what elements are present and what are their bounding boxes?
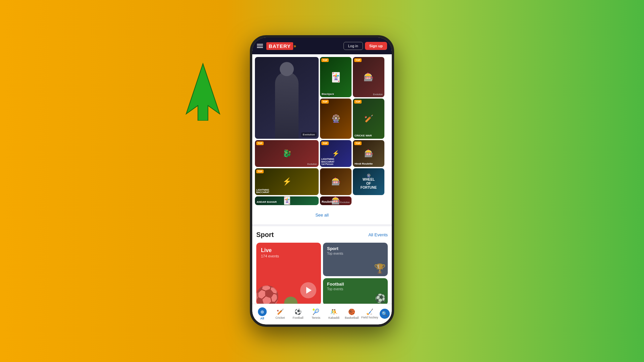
game-card-wheel-of-fortune[interactable]: 🎡 WHEELOFFORTUNE [353, 168, 384, 195]
nav-search-button[interactable]: 🔍 [380, 309, 390, 319]
live-sport-card[interactable]: Live 174 events ⚽ [256, 243, 321, 304]
nav-item-football[interactable]: ⚽ Football [289, 308, 307, 319]
nav-label-basketball: Basketball [345, 316, 359, 319]
see-all-button[interactable]: See all [255, 208, 389, 222]
see-all-section: See all [252, 208, 392, 224]
game-card-dragon-tiger[interactable]: 🐉 TOP Evolution [255, 140, 319, 167]
phone-frame: BATERY » Log in Sign up [250, 35, 394, 327]
phone-screen: BATERY » Log in Sign up [252, 38, 392, 324]
sport-cards-grid: Live 174 events ⚽ Sport T [256, 243, 388, 304]
main-scroll: Evolution 🃏 TOP Blackjack 🎰 TOP Evolutio… [252, 54, 392, 304]
nav-label-cricket: Cricket [275, 316, 285, 319]
nav-label-kabaddi: Kabaddi [328, 316, 339, 319]
nav-label-tennis: Tennis [312, 316, 320, 319]
sport-section-title: Sport [256, 231, 274, 239]
nav-label-field-hockey: Field hockey [361, 316, 378, 319]
game-card-cricket-war[interactable]: 🏏 TOP CRICKE WAR [353, 99, 384, 139]
game-card-evolution[interactable]: Evolution [255, 57, 319, 139]
game-card-blackjack[interactable]: 🃏 TOP Blackjack [320, 57, 352, 97]
header-auth-buttons: Log in Sign up [343, 42, 387, 50]
nav-item-all[interactable]: ◎ All [253, 307, 271, 320]
bottom-nav: ◎ All 🏏 Cricket ⚽ Football 🎾 Tennis � [252, 304, 392, 324]
nav-item-tennis[interactable]: 🎾 Tennis [307, 308, 325, 319]
game-card-lightning-baccarat2[interactable]: ⚡ TOP LIGHTNINGBACCARAT [255, 168, 319, 195]
live-card-count: 174 events [261, 254, 316, 258]
game-card-casino-escape[interactable]: 🎰 TOP Evolution [353, 57, 384, 97]
sport-card-subtitle: Top events [327, 252, 384, 255]
game-card-lightning-baccarat-fp[interactable]: ⚡ TOP LIGHTNINGBACCARAT1st Person [320, 140, 352, 167]
football-top-events-card[interactable]: Football Top events ⚽ [323, 278, 388, 304]
game-card-hindi-roulette[interactable]: 🎰 TOP Hindi Roulette [353, 140, 384, 167]
nav-item-field-hockey[interactable]: 🏑 Field hockey [361, 308, 379, 319]
hamburger-menu[interactable] [257, 44, 263, 48]
app-header: BATERY » Log in Sign up [252, 38, 392, 54]
sport-section: Sport All Events Live 174 events ⚽ [252, 226, 392, 304]
games-grid: Evolution 🃏 TOP Blackjack 🎰 TOP Evolutio… [255, 57, 389, 205]
nav-item-basketball[interactable]: 🏀 Basketball [343, 308, 361, 319]
game-card-marist-roulette[interactable]: 🎰 [320, 168, 352, 195]
play-button[interactable] [300, 282, 316, 298]
football-card-subtitle: Top events [327, 287, 384, 291]
login-button[interactable]: Log in [343, 42, 363, 50]
app-logo: BATERY » [266, 42, 296, 50]
nav-label-all: All [260, 317, 264, 320]
game-card-andar-bahar[interactable]: 🃏 ANDAR BAHAR [255, 196, 319, 205]
games-section: Evolution 🃏 TOP Blackjack 🎰 TOP Evolutio… [252, 54, 392, 208]
game-card-crazy-time[interactable]: 🎡 TOP [320, 99, 352, 139]
live-card-title: Live [261, 247, 316, 253]
sport-card-title: Sport [327, 246, 384, 251]
sport-top-events-card[interactable]: Sport Top events 🏆 [323, 243, 388, 276]
game-card-roulette[interactable]: 🎰 Roulette Evolution [320, 196, 352, 205]
nav-item-cricket[interactable]: 🏏 Cricket [271, 308, 289, 319]
signup-button[interactable]: Sign up [365, 42, 387, 50]
football-card-title: Football [327, 282, 384, 287]
nav-item-kabaddi[interactable]: 🤼 Kabaddi [325, 308, 343, 319]
nav-label-football: Football [293, 316, 304, 319]
all-events-link[interactable]: All Events [368, 232, 388, 237]
sport-section-header: Sport All Events [256, 231, 388, 239]
